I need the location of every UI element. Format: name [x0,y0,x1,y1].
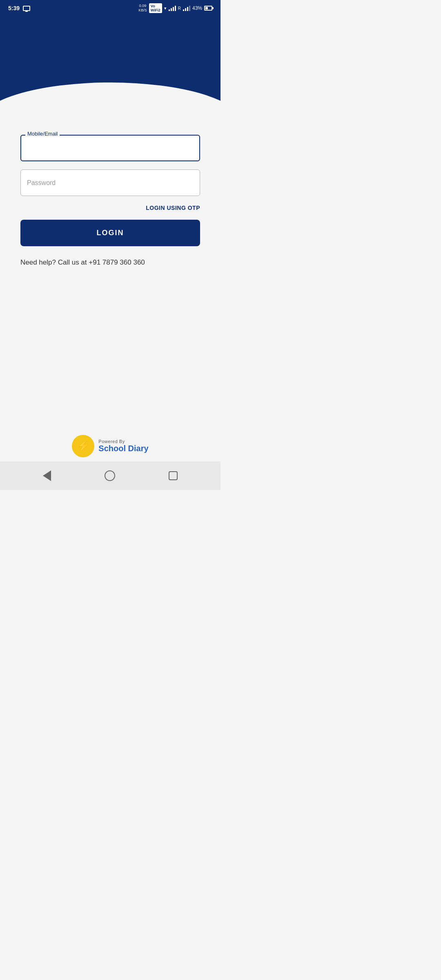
home-button[interactable] [105,470,115,481]
signal2-bar-2 [185,8,186,11]
time-display: 5:39 [8,5,20,11]
wifi-icon: ▾ [164,6,167,11]
help-text: Need help? Call us at +91 7879 360 360 [20,258,200,267]
login-button[interactable]: LOGIN [20,220,200,246]
email-input[interactable] [20,135,200,161]
signal2-bar-1 [183,9,184,11]
password-input[interactable] [20,169,200,196]
battery-percent: 43% [192,5,202,11]
header-curve [0,82,220,122]
r-badge: R [178,6,181,11]
status-bar-left: 5:39 [8,5,30,11]
signal2-bar-3 [187,7,188,11]
otp-link-container: LOGIN USING OTP [20,204,200,212]
signal-bars [169,5,176,11]
powered-by-label: Powered By [98,439,148,444]
signal-bars-2 [183,5,190,11]
back-triangle-icon [43,470,51,481]
signal2-bar-4 [189,6,190,11]
school-diary-logo: ⚡ [72,435,94,457]
signal-bar-4 [175,6,176,11]
recents-square-icon [169,471,178,480]
battery-fill [205,7,208,9]
signal-bar-2 [171,8,172,11]
password-input-group [20,169,200,196]
email-input-group: Mobile/Email [20,135,200,161]
signal-bar-3 [173,7,174,11]
battery-icon [204,6,212,11]
recents-button[interactable] [169,471,178,480]
footer: ⚡ Powered By School Diary [0,435,220,457]
otp-link[interactable]: LOGIN USING OTP [146,205,200,211]
bolt-icon: ⚡ [77,440,90,452]
nav-bar [0,461,220,490]
brand-name: School Diary [98,444,148,453]
data-speed: 0.09KB/S [138,4,147,13]
footer-text: Powered By School Diary [98,439,148,453]
vowifi-badge: VoWiFi2 [149,3,162,13]
monitor-icon [23,6,30,11]
back-button[interactable] [43,470,51,481]
signal-bar-1 [169,9,170,11]
main-content: Mobile/Email LOGIN USING OTP LOGIN Need … [0,122,220,275]
email-label: Mobile/Email [25,131,60,137]
status-bar-right: 0.09KB/S VoWiFi2 ▾ R 43% [138,3,212,13]
home-circle-icon [105,470,115,481]
header-section [0,16,220,122]
status-bar: 5:39 0.09KB/S VoWiFi2 ▾ R 43% [0,0,220,16]
